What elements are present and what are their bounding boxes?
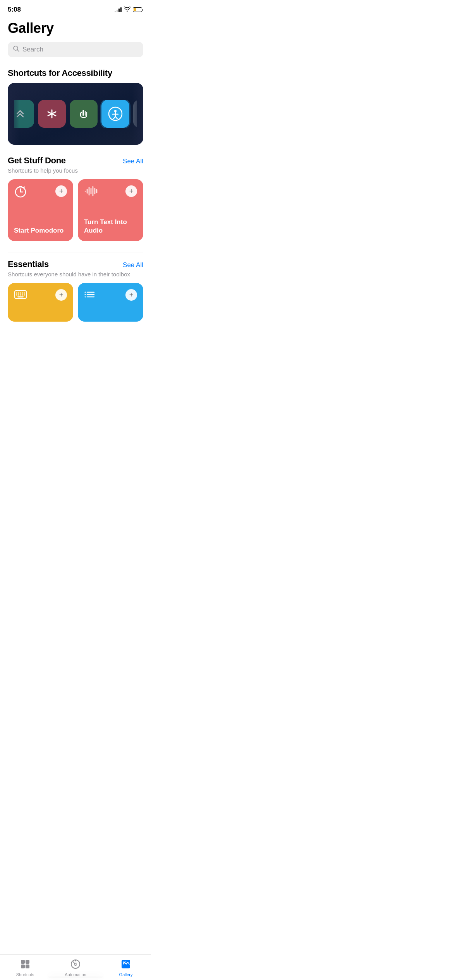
timer-icon	[14, 185, 27, 201]
waveform-icon	[84, 185, 99, 200]
get-stuff-done-see-all[interactable]: See All	[123, 158, 143, 165]
svg-rect-45	[18, 295, 19, 296]
essentials-see-all[interactable]: See All	[123, 261, 143, 269]
shortcut-tile-accessibility	[101, 100, 129, 128]
svg-rect-46	[20, 295, 21, 296]
keyboard-card[interactable]: +	[8, 283, 73, 322]
accessibility-section: Shortcuts for Accessibility	[8, 68, 143, 145]
svg-line-10	[115, 117, 117, 119]
shortcut-tile-hand	[70, 100, 98, 128]
list-add-button[interactable]: +	[125, 289, 137, 301]
essentials-header: Essentials See All	[8, 259, 143, 269]
list-card[interactable]: +	[78, 283, 143, 322]
list-card-top: +	[84, 289, 137, 303]
svg-rect-48	[24, 295, 25, 296]
keyboard-card-top: +	[14, 289, 67, 303]
essentials-title: Essentials	[8, 259, 49, 269]
get-stuff-done-title: Get Stuff Done	[8, 156, 66, 166]
signal-icon	[115, 7, 122, 12]
card-top-2: +	[84, 185, 137, 200]
search-bar[interactable]: Search	[8, 42, 143, 57]
fade-left	[8, 83, 19, 145]
start-pomodoro-card[interactable]: + Start Pomodoro	[8, 179, 73, 241]
list-icon	[84, 289, 96, 303]
keyboard-icon	[14, 289, 27, 303]
audio-add-button[interactable]: +	[125, 185, 137, 197]
card-top: +	[14, 185, 67, 201]
svg-rect-42	[22, 293, 23, 294]
search-icon	[13, 46, 19, 53]
main-content: Gallery Search Shortcuts for Accessibili…	[0, 20, 151, 368]
svg-rect-39	[16, 293, 17, 294]
svg-line-1	[17, 50, 19, 52]
get-stuff-done-header: Get Stuff Done See All	[8, 156, 143, 166]
accessibility-card[interactable]: +	[8, 83, 143, 145]
svg-rect-43	[24, 293, 25, 294]
status-time: 5:08	[8, 6, 21, 14]
svg-point-6	[114, 110, 117, 112]
status-bar: 5:08	[0, 0, 151, 17]
svg-rect-40	[18, 293, 19, 294]
pomodoro-add-button[interactable]: +	[55, 185, 67, 197]
page-title: Gallery	[8, 20, 143, 36]
svg-rect-49	[18, 296, 24, 298]
battery-icon	[133, 7, 143, 12]
get-stuff-done-subtitle: Shortcuts to help you focus	[8, 167, 143, 174]
svg-rect-44	[16, 295, 17, 296]
shortcut-icons-row: +	[14, 100, 137, 128]
shortcut-tile-asterisk	[38, 100, 66, 128]
status-icons	[115, 6, 143, 13]
svg-rect-47	[22, 295, 23, 296]
get-stuff-done-section: Get Stuff Done See All Shortcuts to help…	[8, 156, 143, 241]
svg-rect-41	[20, 293, 21, 294]
fade-right	[132, 83, 143, 145]
pomodoro-title: Start Pomodoro	[14, 226, 67, 235]
essentials-cards-row: +	[8, 283, 143, 322]
svg-point-57	[85, 294, 86, 295]
cards-row: + Start Pomodoro	[8, 179, 143, 241]
essentials-section: Essentials See All Shortcuts everyone sh…	[8, 259, 143, 322]
essentials-subtitle: Shortcuts everyone should have in their …	[8, 271, 143, 278]
keyboard-add-button[interactable]: +	[55, 289, 67, 301]
svg-point-56	[85, 292, 86, 293]
wifi-icon	[124, 6, 130, 13]
accessibility-title: Shortcuts for Accessibility	[8, 68, 143, 78]
text-to-audio-card[interactable]: + Turn Text Into Audio	[78, 179, 143, 241]
audio-title: Turn Text Into Audio	[84, 218, 137, 235]
section-divider	[8, 252, 143, 252]
svg-point-58	[85, 296, 86, 298]
search-placeholder: Search	[22, 46, 43, 53]
